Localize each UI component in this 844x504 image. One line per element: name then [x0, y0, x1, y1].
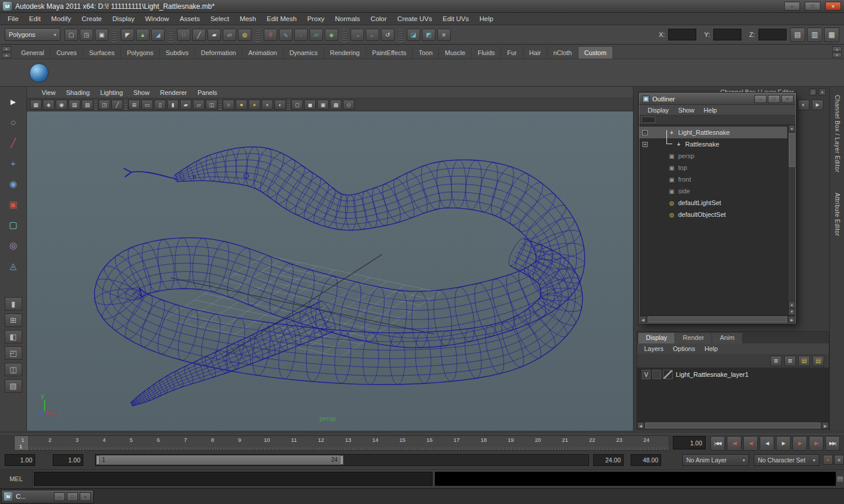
outliner-item-defaultlightset[interactable]: ◍ defaultLightSet — [639, 197, 787, 209]
shelf-tab[interactable]: Rendering — [324, 47, 366, 59]
viewport-menu-item[interactable]: Lighting — [95, 89, 128, 96]
range-slider-track[interactable]: 1 24 — [95, 454, 589, 466]
shelf-tab[interactable]: Muscle — [439, 47, 472, 59]
scale-tool[interactable]: ▣ — [5, 196, 22, 212]
select-hierarchy-icon[interactable]: ◤ — [121, 29, 134, 41]
scrollbar-thumb[interactable] — [645, 423, 821, 428]
menu-item[interactable]: Display — [107, 13, 140, 25]
shelf-tab[interactable]: Hair — [523, 47, 547, 59]
shelf-tab[interactable]: Custom — [578, 47, 613, 59]
shadows-icon[interactable]: ◐ — [274, 100, 286, 110]
outliner-minimize-button[interactable]: – — [754, 95, 767, 103]
shelf-scroll-up-button[interactable]: ▴ — [832, 46, 842, 52]
shelf-scroll-down-button[interactable]: ▾ — [832, 52, 842, 57]
lock-camera-icon[interactable]: ◈ — [43, 100, 55, 110]
layer-editor-scrollbar[interactable]: ◀ ▶ — [637, 421, 829, 429]
step-back-frame-button[interactable]: |◀ — [727, 436, 741, 451]
menu-item[interactable]: Create UVs — [392, 13, 437, 25]
outliner-filter-field[interactable] — [641, 117, 655, 123]
new-scene-icon[interactable]: ▢ — [64, 29, 78, 41]
layout-persp-outliner-button[interactable]: ◧ — [5, 330, 22, 343]
outliner-item-front[interactable]: ▣ front — [639, 173, 787, 185]
scroll-right-arrow[interactable]: ▶ — [788, 316, 795, 323]
create-empty-layer-icon[interactable]: ▤ — [798, 356, 810, 366]
outliner-title-bar[interactable]: ▦ Outliner –□× — [639, 93, 795, 105]
fur-display-icon[interactable]: ▩ — [330, 100, 342, 110]
dock-close-icon[interactable]: × — [819, 88, 826, 96]
outliner-menu-item[interactable]: Display — [643, 107, 673, 114]
script-editor-icon[interactable]: ▤ — [837, 475, 843, 482]
scroll-left-arrow[interactable]: ◀ — [639, 316, 646, 323]
gate-mask-icon[interactable]: ▮ — [167, 100, 179, 110]
outliner-vertical-scrollbar[interactable]: ▲ ▲ ▼ — [788, 125, 795, 315]
menu-item[interactable]: Edit Mesh — [261, 13, 302, 25]
outliner-item-persp[interactable]: ▣ persp — [639, 150, 787, 162]
status-divider[interactable] — [169, 28, 173, 42]
show-channel-box-icon[interactable]: ▤ — [790, 28, 805, 42]
select-faces-mask-icon[interactable]: ▰ — [207, 29, 221, 41]
expand-toggle-icon[interactable]: - — [642, 130, 648, 135]
vp-divider[interactable] — [219, 100, 222, 110]
show-tool-settings-icon[interactable]: ▥ — [807, 28, 822, 42]
current-time-field[interactable]: 1.00 — [673, 436, 706, 449]
minimized-window[interactable]: M C... –□× — [1, 490, 94, 503]
layer-display-type-toggle[interactable] — [652, 370, 661, 379]
layer-color-swatch[interactable] — [663, 370, 673, 379]
select-lines-mask-icon[interactable]: ╱ — [192, 29, 206, 41]
select-rendering-mask-icon[interactable]: ◍ — [238, 29, 251, 41]
layout-persp-uv-button[interactable]: ▤ — [5, 379, 22, 393]
select-camera-icon[interactable]: ▦ — [30, 100, 42, 110]
miniwindow-close-button[interactable]: × — [80, 492, 91, 501]
viewport-menu-item[interactable]: Renderer — [155, 89, 192, 96]
snap-to-plane-icon[interactable]: ▱ — [309, 29, 323, 41]
layout-hypershade-persp-button[interactable]: ◰ — [5, 346, 22, 360]
time-slider[interactable]: 1 12345678910111213141516171819202122232… — [14, 435, 669, 451]
outliner-item-light-rattlesnake[interactable]: - + Light_Rattlesnake — [639, 127, 787, 138]
play-backwards-button[interactable]: ◀ — [760, 436, 774, 451]
y-coordinate-field[interactable] — [713, 29, 741, 40]
vp-divider[interactable] — [94, 100, 97, 110]
maximize-button[interactable]: □ — [805, 2, 821, 11]
vp-divider[interactable] — [124, 100, 127, 110]
status-divider[interactable] — [256, 28, 260, 42]
tab-channel-box-layer-editor[interactable]: Channel Box / Layer Editor — [834, 95, 840, 173]
paint-select-tool[interactable]: ╱ — [5, 135, 22, 151]
shelf-tab[interactable]: Toon — [413, 47, 439, 59]
menu-item[interactable]: Mesh — [234, 13, 261, 25]
select-component-icon[interactable]: ◢ — [151, 29, 165, 41]
layer-editor-menu-item[interactable]: Layers — [639, 345, 668, 352]
outliner-item-side[interactable]: ▣ side — [639, 185, 787, 197]
menu-item[interactable]: Color — [365, 13, 392, 25]
grease-pencil-icon[interactable]: ╱ — [111, 100, 123, 110]
render-current-frame-icon[interactable]: ◪ — [407, 29, 420, 41]
pan-zoom-2d-icon[interactable]: ◳ — [98, 100, 110, 110]
outliner-horizontal-scrollbar[interactable]: ◀ ▶ — [639, 315, 795, 323]
animation-end-field[interactable]: 48.00 — [631, 454, 661, 466]
menu-item[interactable]: Proxy — [302, 13, 329, 25]
move-tool[interactable]: + — [5, 155, 22, 171]
go-to-start-button[interactable]: |◀◀ — [710, 436, 725, 451]
scroll-right-arrow[interactable]: ▶ — [822, 422, 829, 429]
viewport-menu-item[interactable]: Shading — [61, 89, 95, 96]
select-points-mask-icon[interactable]: ∷ — [177, 29, 190, 41]
snap-to-point-icon[interactable]: ∙ — [294, 29, 308, 41]
shelf-tab[interactable]: Subdivs — [160, 47, 195, 59]
shelf-tab-switch-button[interactable]: ▾ — [2, 46, 11, 52]
playback-start-field[interactable]: 1.00 — [53, 454, 83, 466]
menu-item[interactable]: Normals — [330, 13, 366, 25]
miniwindow-minimize-button[interactable]: – — [54, 492, 65, 501]
close-button[interactable]: × — [825, 2, 841, 11]
shelf-tab[interactable]: Dynamics — [284, 47, 324, 59]
layer-editor-tab[interactable]: Render — [675, 333, 712, 343]
outliner-item-rattlesnake[interactable]: + + Rattlesnake — [639, 138, 787, 150]
menu-item[interactable]: File — [2, 13, 24, 25]
shelf-tab[interactable]: Deformation — [195, 47, 243, 59]
layer-editor-menu-item[interactable]: Help — [700, 345, 723, 352]
xray-icon[interactable]: ◻ — [291, 100, 303, 110]
step-forward-key-button[interactable]: ▶ — [792, 436, 807, 451]
soft-modification-tool[interactable]: ◎ — [5, 237, 22, 253]
menu-item[interactable]: Edit — [24, 13, 46, 25]
isolate-select-icon[interactable]: ▣ — [317, 100, 329, 110]
outliner-menu-item[interactable]: Show — [673, 107, 699, 114]
auto-keyframe-button[interactable]: ● — [823, 455, 833, 465]
